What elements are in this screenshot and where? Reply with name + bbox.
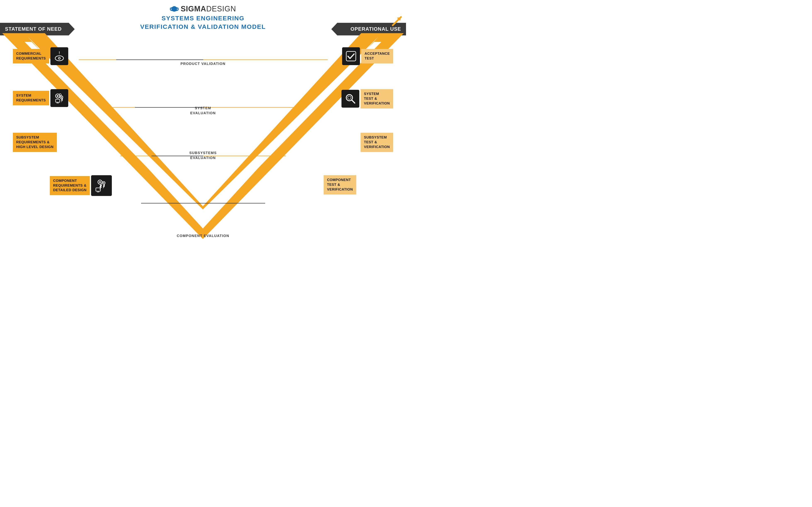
logo-planet-icon — [170, 5, 179, 13]
subsystems-evaluation-label: SUBSYSTEMSEVALUATION — [189, 151, 217, 161]
acceptance-test-label: ACCEPTANCETEST — [361, 49, 393, 63]
logo-area: SIGMADESIGN — [0, 5, 406, 13]
svg-marker-36 — [61, 99, 63, 103]
component-requirements-label: COMPONENTREQUIREMENTS &DETAILED DESIGN — [50, 176, 90, 195]
svg-point-31 — [61, 97, 62, 98]
svg-point-49 — [348, 96, 351, 99]
component-test-item: COMPONENTTEST &VERIFICATION — [324, 175, 356, 194]
svg-point-40 — [103, 182, 104, 183]
component-icon — [91, 175, 112, 196]
acceptance-test-item: ACCEPTANCETEST — [342, 47, 393, 65]
svg-text:!: ! — [59, 51, 60, 55]
svg-line-48 — [351, 100, 355, 103]
svg-marker-42 — [103, 184, 105, 189]
svg-marker-41 — [99, 184, 102, 190]
system-test-item: SYSTEMTEST &VERIFICATION — [341, 89, 393, 108]
system-requirements-label: SYSTEMREQUIREMENTS — [13, 91, 49, 105]
system-requirements-item: SYSTEMREQUIREMENTS — [13, 89, 68, 107]
svg-rect-33 — [56, 99, 60, 102]
system-evaluation-label: SYSTEMEVALUATION — [190, 106, 216, 116]
component-test-label: COMPONENTTEST &VERIFICATION — [324, 175, 356, 194]
acceptance-icon — [342, 47, 360, 65]
component-requirements-item: COMPONENTREQUIREMENTS &DETAILED DESIGN — [50, 175, 112, 196]
title-line1: SYSTEMS ENGINEERING — [0, 14, 406, 22]
subsystem-test-label: SUBSYSTEMTEST &VERIFICATION — [361, 133, 393, 152]
component-evaluation-label: COMPONENT EVALUATION — [177, 234, 229, 238]
svg-rect-43 — [96, 188, 100, 191]
subsystem-test-item: SUBSYSTEMTEST &VERIFICATION — [361, 133, 393, 152]
logo-design: DESIGN — [206, 5, 236, 13]
system-magnifier-icon — [341, 90, 359, 108]
svg-point-27 — [59, 58, 60, 59]
commercial-requirements-item: COMMERCIALREQUIREMENTS ! — [13, 47, 68, 65]
commercial-requirements-label: COMMERCIALREQUIREMENTS — [13, 49, 49, 63]
logo-text: SIGMADESIGN — [181, 5, 236, 13]
svg-point-38 — [99, 181, 101, 183]
operational-arrow-icon — [391, 15, 403, 27]
subsystem-requirements-item: SUBSYSTEMREQUIREMENTS &HIGH LEVEL DESIGN — [13, 133, 57, 152]
commercial-eye-icon: ! — [50, 47, 68, 65]
product-validation-label: PRODUCT VALIDATION — [180, 62, 225, 66]
system-test-label: SYSTEMTEST &VERIFICATION — [361, 89, 393, 108]
svg-marker-8 — [13, 37, 393, 232]
logo-sigma: SIGMA — [181, 5, 206, 13]
system-gears-icon — [50, 89, 68, 107]
svg-point-29 — [57, 95, 58, 97]
subsystem-requirements-label: SUBSYSTEMREQUIREMENTS &HIGH LEVEL DESIGN — [13, 133, 57, 152]
